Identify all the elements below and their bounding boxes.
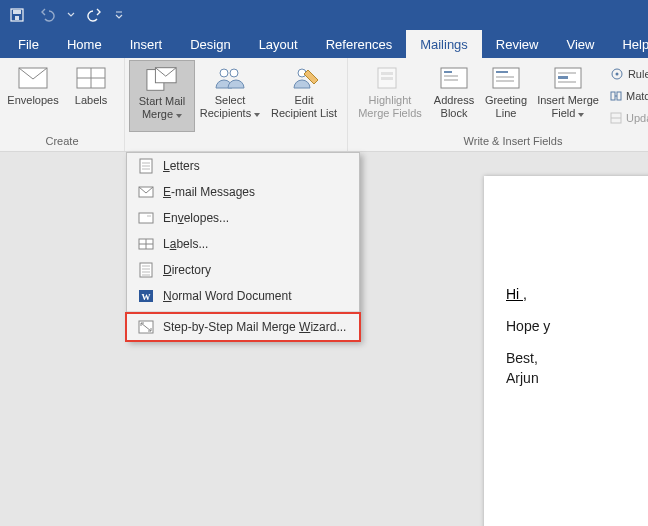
svg-rect-40 [139, 213, 153, 223]
tab-review[interactable]: Review [482, 30, 553, 58]
envelopes-label: Envelopes [7, 94, 58, 107]
ribbon-mailings: Envelopes Labels Create Start Mail Merge [0, 58, 648, 152]
ribbon-tabs: File Home Insert Design Layout Reference… [0, 30, 648, 58]
document-page[interactable]: Hi , Hope y Best, Arjun [484, 176, 648, 526]
svg-rect-2 [15, 16, 19, 20]
menu-item-envelopes[interactable]: Envelopes... [127, 205, 359, 231]
start-mail-merge-menu: Letters E-mail Messages Envelopes... Lab… [126, 152, 360, 341]
update-labels-button: Update L [610, 108, 648, 128]
tab-references[interactable]: References [312, 30, 406, 58]
start-mail-merge-icon [146, 65, 178, 93]
chevron-down-icon [176, 114, 182, 118]
save-icon[interactable] [6, 4, 28, 26]
edit-recipient-list-label-1: Edit [295, 94, 314, 107]
tab-layout[interactable]: Layout [245, 30, 312, 58]
email-icon [135, 183, 157, 201]
tab-mailings[interactable]: Mailings [406, 30, 482, 58]
doc-greeting: Hi , [506, 286, 648, 302]
tab-insert[interactable]: Insert [116, 30, 177, 58]
rules-label: Rules [628, 68, 648, 80]
svg-rect-19 [444, 79, 458, 81]
group-label-create: Create [45, 132, 78, 150]
tab-help[interactable]: Help [608, 30, 648, 58]
svg-rect-14 [381, 72, 393, 75]
svg-rect-23 [496, 80, 514, 82]
ribbon-group-write-insert: Highlight Merge Fields Address Block Gre… [348, 58, 648, 151]
address-label-2: Block [441, 107, 468, 120]
svg-rect-15 [381, 77, 393, 80]
envelopes-button[interactable]: Envelopes [4, 60, 62, 132]
tab-home[interactable]: Home [53, 30, 116, 58]
tab-file[interactable]: File [4, 30, 53, 58]
greeting-label-1: Greeting [485, 94, 527, 107]
menu-item-letters[interactable]: Letters [127, 153, 359, 179]
undo-icon[interactable] [36, 4, 58, 26]
highlight-merge-fields-button: Highlight Merge Fields [352, 60, 428, 132]
rules-button[interactable]: Rules [610, 64, 648, 84]
svg-rect-31 [617, 92, 621, 100]
menu-label: Labels... [163, 237, 208, 251]
select-recipients-button[interactable]: Select Recipients [195, 60, 265, 132]
letter-icon [135, 157, 157, 175]
tab-view[interactable]: View [552, 30, 608, 58]
tab-design[interactable]: Design [176, 30, 244, 58]
svg-rect-27 [558, 81, 576, 83]
labels-icon [135, 235, 157, 253]
address-block-button[interactable]: Address Block [428, 60, 480, 132]
qat-dropdown-chevron-icon[interactable] [66, 4, 76, 26]
edit-recipient-list-label-2: Recipient List [271, 107, 337, 120]
svg-rect-41 [147, 215, 151, 217]
doc-signature: Arjun [506, 370, 648, 386]
select-recipients-label-1: Select [215, 94, 246, 107]
word-icon: W [135, 287, 157, 305]
menu-item-normal-word-document[interactable]: W Normal Word Document [127, 283, 359, 309]
menu-separator [127, 311, 359, 312]
doc-body-line: Hope y [506, 318, 648, 334]
chevron-down-icon [578, 113, 584, 117]
address-label-1: Address [434, 94, 474, 107]
redo-icon[interactable] [84, 4, 106, 26]
highlight-label-2: Merge Fields [358, 107, 422, 120]
menu-label: Step-by-Step Mail Merge Wizard... [163, 320, 346, 334]
svg-rect-26 [558, 76, 568, 79]
menu-label: Normal Word Document [163, 289, 292, 303]
svg-point-29 [615, 73, 618, 76]
labels-button[interactable]: Labels [62, 60, 120, 132]
menu-item-email-messages[interactable]: E-mail Messages [127, 179, 359, 205]
group-label-write-insert: Write & Insert Fields [464, 132, 563, 150]
svg-rect-21 [496, 71, 508, 73]
update-labels-icon [610, 111, 622, 125]
directory-icon [135, 261, 157, 279]
start-mail-merge-button[interactable]: Start Mail Merge [129, 60, 195, 132]
select-recipients-icon [214, 64, 246, 92]
start-mail-merge-label-1: Start Mail [139, 95, 185, 108]
menu-item-directory[interactable]: Directory [127, 257, 359, 283]
edit-recipient-list-button[interactable]: Edit Recipient List [265, 60, 343, 132]
envelope-icon [17, 64, 49, 92]
menu-item-labels[interactable]: Labels... [127, 231, 359, 257]
insert-merge-label-1: Insert Merge [537, 94, 599, 107]
ribbon-group-start-mail-merge: Start Mail Merge Select Recipients [125, 58, 348, 151]
svg-rect-18 [444, 75, 458, 77]
menu-item-step-by-step-wizard[interactable]: Step-by-Step Mail Merge Wizard... [127, 314, 359, 340]
menu-label: Letters [163, 159, 200, 173]
doc-closing: Best, [506, 350, 648, 366]
labels-label: Labels [75, 94, 107, 107]
menu-label: Directory [163, 263, 211, 277]
greeting-line-button[interactable]: Greeting Line [480, 60, 532, 132]
menu-label: Envelopes... [163, 211, 229, 225]
greeting-line-icon [490, 64, 522, 92]
quick-access-toolbar [0, 0, 648, 30]
highlight-label-1: Highlight [369, 94, 412, 107]
chevron-down-icon [254, 113, 260, 117]
match-fields-button[interactable]: Match Fi [610, 86, 648, 106]
qat-customize-chevron-icon[interactable] [114, 4, 124, 26]
insert-merge-field-button[interactable]: Insert Merge Field [532, 60, 604, 132]
svg-rect-1 [13, 10, 21, 14]
svg-rect-22 [496, 76, 514, 78]
svg-text:W: W [142, 292, 151, 302]
select-recipients-label-2: Recipients [200, 107, 251, 120]
menu-label: E-mail Messages [163, 185, 255, 199]
envelope-icon [135, 209, 157, 227]
svg-point-11 [230, 69, 238, 77]
